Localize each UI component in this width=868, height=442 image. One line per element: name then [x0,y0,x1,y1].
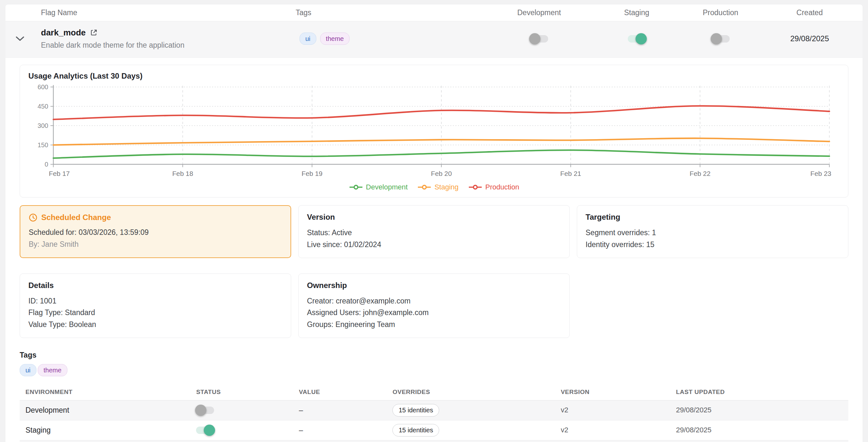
env-last-updated: 29/08/2025 [676,406,848,414]
info-cards: Scheduled Change Scheduled for: 03/03/20… [20,205,848,338]
env-col-overrides: OVERRIDES [393,388,561,396]
svg-text:Feb 19: Feb 19 [302,170,322,177]
toggle-knob [711,33,722,44]
targeting-card-title: Targeting [586,213,840,222]
chevron-down-icon [15,36,25,41]
version-status: Status: Active [307,227,561,239]
svg-text:300: 300 [37,122,48,129]
svg-text:450: 450 [37,103,48,110]
svg-text:Feb 23: Feb 23 [810,170,831,177]
tag-theme: theme [38,364,67,376]
tags-section: Tags ui theme [20,351,848,376]
expand-collapse-button[interactable] [5,36,34,41]
env-col-value: VALUE [299,388,393,396]
staging-toggle[interactable] [628,35,646,42]
version-card: Version Status: Active Live since: 01/02… [298,205,570,258]
ownership-card-title: Ownership [307,281,561,290]
column-development: Development [489,8,589,17]
development-toggle[interactable] [530,35,548,42]
flag-list-header: Flag Name Tags Development Staging Produ… [5,4,863,21]
legend-marker-icon [349,184,363,190]
identities-overrides-button[interactable]: 15 identities [393,404,439,416]
svg-text:600: 600 [37,83,48,91]
flag-description: Enable dark mode theme for the applicati… [34,41,296,49]
svg-text:Feb 22: Feb 22 [690,170,711,177]
ownership-creator: Creator: creator@example.com [307,295,561,307]
external-link-icon[interactable] [90,29,98,37]
legend-item-production[interactable]: Production [468,183,519,191]
svg-text:Feb 17: Feb 17 [49,170,70,177]
legend-marker-icon [468,184,483,190]
production-toggle-cell [684,35,757,42]
toggle-knob [195,405,206,416]
legend-label: Production [485,183,519,191]
flag-detail-panel: Usage Analytics (Last 30 Days) 015030045… [5,58,863,442]
usage-analytics-card: Usage Analytics (Last 30 Days) 015030045… [20,65,848,198]
svg-text:Feb 20: Feb 20 [431,170,452,177]
toggle-knob [204,424,215,436]
created-date: 29/08/2025 [757,34,863,43]
env-version: v2 [561,406,676,414]
column-tags: Tags [296,8,489,17]
flag-tags-cell: ui theme [296,33,489,45]
svg-text:Feb 18: Feb 18 [172,170,193,177]
environments-table: ENVIRONMENT STATUS VALUE OVERRIDES VERSI… [20,388,848,442]
empty-grid-cell [577,273,848,338]
ownership-card: Ownership Creator: creator@example.com A… [298,273,570,338]
env-col-status: STATUS [196,388,299,396]
identity-overrides: Identity overrides: 15 [586,239,840,251]
toggle-knob [529,33,540,44]
details-card: Details ID: 1001 Flag Type: Standard Val… [20,273,291,338]
table-row-staging: Staging – 15 identities v2 29/08/2025 [20,420,848,440]
scheduled-by-text: By: Jane Smith [29,238,282,250]
flag-list-panel: Flag Name Tags Development Staging Produ… [5,4,863,442]
tag-ui: ui [20,364,36,376]
table-row-development: Development – 15 identities v2 29/08/202… [20,401,848,420]
legend-label: Development [366,183,408,191]
identities-overrides-button[interactable]: 15 identities [393,424,439,437]
column-staging: Staging [589,8,684,17]
column-flag-name: Flag Name [34,8,296,17]
flag-name-cell: dark_mode Enable dark mode theme for the… [34,28,296,49]
column-created: Created [757,8,863,17]
legend-item-development[interactable]: Development [349,183,408,191]
flag-name: dark_mode [41,28,86,38]
env-value: – [299,406,393,415]
legend-item-staging[interactable]: Staging [417,183,459,191]
env-value: – [299,426,393,435]
chart-legend: DevelopmentStagingProduction [28,182,840,193]
tag-theme: theme [320,33,350,45]
legend-label: Staging [434,183,459,191]
scheduled-change-title: Scheduled Change [41,213,111,222]
env-last-updated: 29/08/2025 [676,426,848,434]
clock-icon [29,213,37,222]
details-flag-type: Flag Type: Standard [28,307,282,318]
env-name: Staging [20,426,196,435]
scheduled-change-card: Scheduled Change Scheduled for: 03/03/20… [20,205,291,258]
svg-text:0: 0 [45,161,49,168]
development-status-toggle[interactable] [196,407,214,414]
legend-marker-icon [417,184,431,190]
toggle-knob [636,33,647,44]
version-live-since: Live since: 01/02/2024 [307,239,561,251]
column-production: Production [684,8,757,17]
segment-overrides: Segment overrides: 1 [586,227,840,239]
env-version: v2 [561,426,676,434]
flag-row-dark-mode[interactable]: dark_mode Enable dark mode theme for the… [5,21,863,58]
details-id: ID: 1001 [28,295,282,307]
env-col-environment: ENVIRONMENT [20,388,196,396]
details-value-type: Value Type: Boolean [28,318,282,331]
env-col-last-updated: LAST UPDATED [676,388,848,396]
scheduled-for-text: Scheduled for: 03/03/2026, 13:59:09 [29,227,282,238]
version-card-title: Version [307,213,561,222]
tag-ui: ui [300,33,316,45]
usage-analytics-chart: 0150300450600Feb 17Feb 18Feb 19Feb 20Feb… [28,83,840,180]
ownership-assigned-users: Assigned Users: john@example.com [307,307,561,318]
production-toggle[interactable] [712,35,730,42]
svg-text:Feb 21: Feb 21 [560,170,581,177]
table-row-production: Production – 15 identities v1 29/08/2025 [20,440,848,442]
chart-title: Usage Analytics (Last 30 Days) [28,71,840,80]
staging-status-toggle[interactable] [196,427,214,434]
svg-text:150: 150 [37,141,48,148]
details-card-title: Details [28,281,282,290]
